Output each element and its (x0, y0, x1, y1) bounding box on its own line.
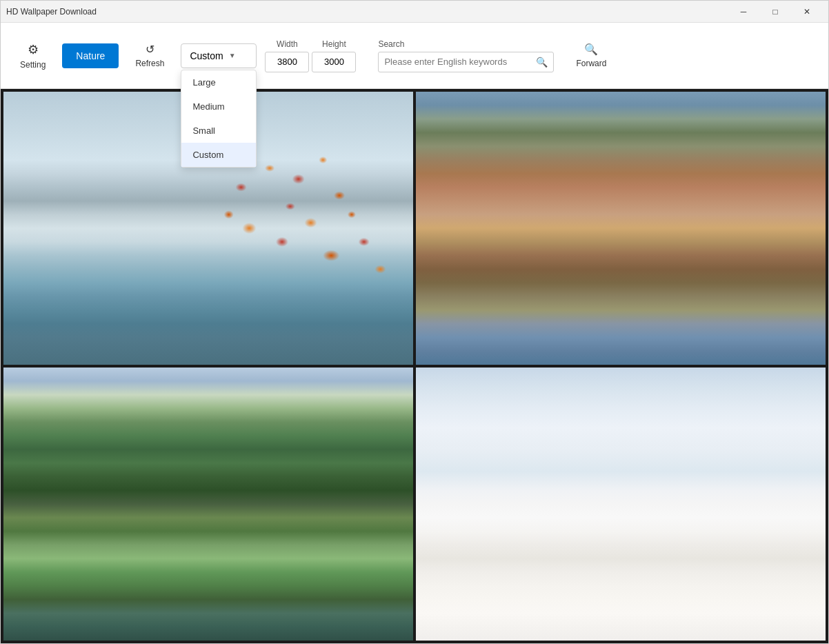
wallpaper-item-forest-river[interactable] (3, 368, 413, 641)
width-label: Width (265, 39, 309, 49)
size-dropdown-container: Custom ▼ Large Medium Small Custom (181, 43, 257, 68)
wallpaper-item-waterfall[interactable] (416, 92, 826, 365)
forward-button[interactable]: 🔍 Forward (568, 37, 615, 74)
chevron-down-icon: ▼ (229, 52, 236, 59)
maximize-button[interactable]: □ (759, 1, 791, 23)
size-option-small[interactable]: Small (181, 119, 256, 143)
gear-icon: ⚙ (28, 42, 39, 57)
dimensions-container: Width Height (265, 39, 356, 72)
refresh-button[interactable]: ↺ Refresh (127, 37, 172, 74)
toolbar: ⚙ Setting Nature ↺ Refresh Custom ▼ Larg… (1, 23, 828, 89)
refresh-icon: ↺ (146, 43, 154, 56)
forward-label: Forward (576, 59, 606, 68)
height-label: Height (312, 39, 356, 49)
size-option-custom[interactable]: Custom (181, 143, 256, 167)
setting-button[interactable]: ⚙ Setting (12, 37, 54, 75)
search-label: Search (378, 39, 554, 49)
app-title: HD Wallpaper Download (6, 7, 97, 17)
size-dropdown-button[interactable]: Custom ▼ (181, 43, 257, 68)
forward-icon: 🔍 (584, 43, 598, 56)
size-dropdown-menu: Large Medium Small Custom (181, 70, 257, 168)
dimension-inputs (265, 52, 356, 72)
width-input[interactable] (265, 52, 309, 72)
app-window: HD Wallpaper Download ─ □ ✕ ⚙ Setting Na… (0, 0, 829, 644)
search-section: Search 🔍 (378, 39, 554, 72)
refresh-label: Refresh (135, 59, 164, 68)
search-icon: 🔍 (536, 57, 548, 68)
wallpaper-item-clouds[interactable] (416, 368, 826, 641)
setting-label: Setting (20, 60, 46, 70)
close-button[interactable]: ✕ (791, 1, 823, 23)
size-option-medium[interactable]: Medium (181, 94, 256, 119)
search-button[interactable]: 🔍 (530, 57, 553, 68)
dimension-labels: Width Height (265, 39, 356, 49)
title-bar: HD Wallpaper Download ─ □ ✕ (1, 1, 828, 23)
size-dropdown-value: Custom (190, 50, 223, 61)
window-controls: ─ □ ✕ (728, 1, 823, 23)
search-input-container: 🔍 (378, 52, 554, 72)
search-input[interactable] (379, 54, 530, 70)
size-option-large[interactable]: Large (181, 70, 256, 94)
height-input[interactable] (312, 52, 356, 72)
wallpaper-grid (1, 89, 828, 643)
minimize-button[interactable]: ─ (728, 1, 759, 23)
nature-button[interactable]: Nature (62, 43, 119, 68)
